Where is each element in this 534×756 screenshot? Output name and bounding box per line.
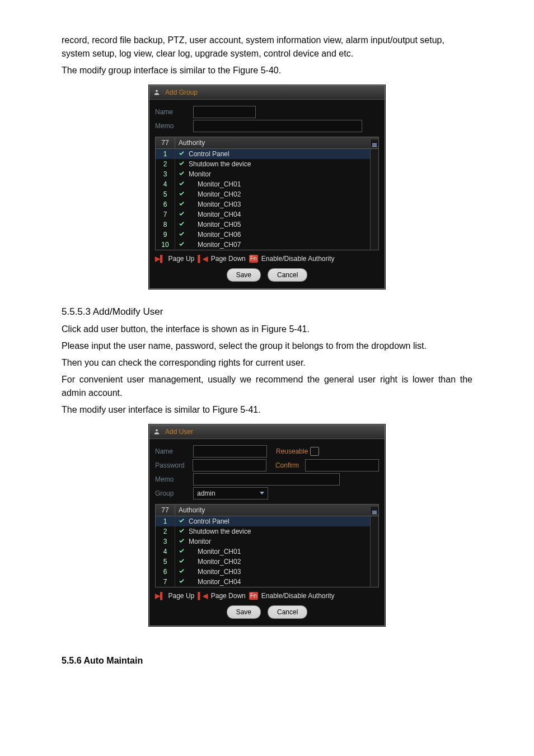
row-label: Monitor <box>188 169 370 179</box>
check-icon[interactable] <box>175 516 188 526</box>
fn-key[interactable]: Fn <box>249 255 258 263</box>
table-row[interactable]: 10Monitor_CH07 <box>156 240 370 250</box>
add-group-dialog: Add Group Name Memo 77 Authority <box>149 85 385 289</box>
row-label: Monitor_CH01 <box>188 547 370 557</box>
row-label: Monitor_CH06 <box>188 230 370 240</box>
save-button[interactable]: Save <box>227 268 261 282</box>
scrollbar[interactable] <box>370 139 378 146</box>
check-icon[interactable] <box>175 240 188 250</box>
svg-rect-2 <box>372 144 377 145</box>
cancel-button[interactable]: Cancel <box>268 268 307 282</box>
row-label: Monitor_CH02 <box>188 557 370 567</box>
intro-p1: record, record file backup, PTZ, user ac… <box>62 34 472 60</box>
name-input[interactable] <box>193 445 267 458</box>
check-icon[interactable] <box>175 526 188 536</box>
row-label: Monitor_CH02 <box>188 189 370 199</box>
row-index: 3 <box>156 169 175 179</box>
scrollbar-track[interactable] <box>370 516 378 587</box>
check-icon[interactable] <box>175 567 188 577</box>
check-icon[interactable] <box>175 149 188 159</box>
name-label: Name <box>155 446 193 456</box>
authority-table: 77 Authority 1Control Panel2Shutdown the… <box>155 504 379 587</box>
password-label: Password <box>155 460 193 470</box>
check-icon[interactable] <box>175 189 188 199</box>
table-row[interactable]: 3Monitor <box>156 169 370 179</box>
table-row[interactable]: 4Monitor_CH01 <box>156 547 370 557</box>
password-input[interactable] <box>193 459 266 472</box>
row-index: 9 <box>156 230 175 240</box>
table-row[interactable]: 4Monitor_CH01 <box>156 179 370 189</box>
check-icon[interactable] <box>175 169 188 179</box>
section-heading: 5.5.5.3 Add/Modify User <box>62 305 472 319</box>
pageup-label[interactable]: Page Up <box>168 254 195 264</box>
pagedown-label[interactable]: Page Down <box>211 591 246 601</box>
table-row[interactable]: 5Monitor_CH02 <box>156 189 370 199</box>
table-row[interactable]: 8Monitor_CH05 <box>156 220 370 230</box>
row-label: Monitor_CH03 <box>188 199 370 209</box>
check-icon[interactable] <box>175 536 188 547</box>
check-icon[interactable] <box>175 577 188 587</box>
check-icon[interactable] <box>175 209 188 220</box>
svg-point-0 <box>156 90 158 92</box>
reuseable-label: Reuseable <box>276 446 308 456</box>
svg-rect-5 <box>372 511 377 511</box>
table-row[interactable]: 9Monitor_CH06 <box>156 230 370 240</box>
memo-input[interactable] <box>193 120 362 132</box>
table-row[interactable]: 3Monitor <box>156 536 370 547</box>
pager: ▶▌ Page Up ▌◀ Page Down Fn Enable/Disabl… <box>155 254 379 264</box>
check-icon[interactable] <box>175 159 188 169</box>
enable-label[interactable]: Enable/Disable Authority <box>261 254 335 264</box>
table-row[interactable]: 2Shutdown the device <box>156 159 370 169</box>
prev-icon[interactable]: ▌◀ <box>198 591 208 601</box>
next-icon[interactable]: ▶▌ <box>155 591 165 601</box>
check-icon[interactable] <box>175 199 188 209</box>
next-icon[interactable]: ▶▌ <box>155 254 165 264</box>
table-row[interactable]: 6Monitor_CH03 <box>156 199 370 209</box>
row-index: 1 <box>156 516 175 526</box>
save-button[interactable]: Save <box>227 605 261 619</box>
table-row[interactable]: 1Control Panel <box>156 516 370 526</box>
pagedown-label[interactable]: Page Down <box>211 254 246 264</box>
check-icon[interactable] <box>175 230 188 240</box>
col-authority: Authority <box>175 138 370 148</box>
name-input[interactable] <box>193 106 256 118</box>
add-user-dialog: Add User Name Reuseable Password Confirm <box>149 424 385 626</box>
col-count: 77 <box>156 505 175 515</box>
prev-icon[interactable]: ▌◀ <box>198 254 208 264</box>
row-index: 7 <box>156 209 175 220</box>
table-row[interactable]: 5Monitor_CH02 <box>156 557 370 567</box>
section-p4: For convenient user management, usually … <box>62 373 472 400</box>
section-p1: Click add user button, the interface is … <box>62 323 472 336</box>
cancel-button[interactable]: Cancel <box>268 605 307 619</box>
col-authority: Authority <box>175 505 370 515</box>
row-index: 8 <box>156 220 175 230</box>
fn-key[interactable]: Fn <box>249 592 258 600</box>
table-row[interactable]: 6Monitor_CH03 <box>156 567 370 577</box>
confirm-input[interactable] <box>305 459 379 472</box>
row-index: 5 <box>156 189 175 199</box>
memo-label: Memo <box>155 121 193 131</box>
row-index: 1 <box>156 149 175 159</box>
memo-input[interactable] <box>193 473 340 486</box>
table-row[interactable]: 7Monitor_CH04 <box>156 577 370 587</box>
row-index: 5 <box>156 557 175 567</box>
group-select[interactable]: admin <box>193 487 268 500</box>
check-icon[interactable] <box>175 557 188 567</box>
section-p5: The modify user interface is similar to … <box>62 403 472 417</box>
row-label: Monitor_CH05 <box>188 220 370 230</box>
scrollbar-track[interactable] <box>370 149 378 250</box>
table-row[interactable]: 7Monitor_CH04 <box>156 209 370 220</box>
enable-label[interactable]: Enable/Disable Authority <box>261 591 335 601</box>
check-icon[interactable] <box>175 220 188 230</box>
table-row[interactable]: 2Shutdown the device <box>156 526 370 536</box>
check-icon[interactable] <box>175 547 188 557</box>
scrollbar[interactable] <box>370 507 378 514</box>
table-row[interactable]: 1Control Panel <box>156 149 370 159</box>
row-label: Monitor_CH04 <box>188 209 370 220</box>
pageup-label[interactable]: Page Up <box>168 591 195 601</box>
row-label: Monitor_CH07 <box>188 240 370 250</box>
check-icon[interactable] <box>175 179 188 189</box>
group-value: admin <box>197 488 216 498</box>
reuseable-checkbox[interactable] <box>310 447 319 456</box>
intro-p2: The modify group interface is similar to… <box>62 64 472 77</box>
